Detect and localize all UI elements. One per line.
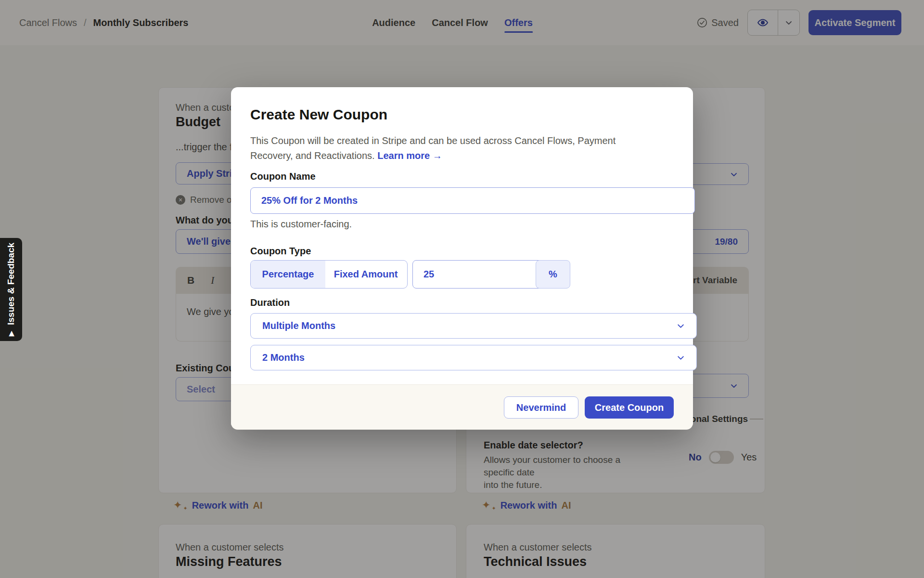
nevermind-button[interactable]: Nevermind bbox=[504, 396, 578, 419]
percent-unit-suffix: % bbox=[536, 260, 570, 289]
issues-feedback-tab[interactable]: ▶ Issues & Feedback bbox=[0, 238, 22, 341]
coupon-type-label: Coupon Type bbox=[250, 246, 311, 257]
issues-feedback-label: Issues & Feedback bbox=[6, 243, 16, 325]
duration-label: Duration bbox=[250, 297, 290, 308]
coupon-name-helper: This is customer-facing. bbox=[250, 219, 352, 230]
modal-footer: Nevermind Create Coupon bbox=[231, 384, 693, 430]
segment-percentage[interactable]: Percentage bbox=[251, 261, 325, 288]
duration-months-select[interactable]: 2 Months bbox=[250, 345, 697, 370]
create-coupon-button[interactable]: Create Coupon bbox=[585, 396, 674, 419]
learn-more-link[interactable]: Learn more → bbox=[377, 150, 442, 161]
chevron-down-icon bbox=[677, 354, 685, 362]
duration-type-value: Multiple Months bbox=[262, 320, 335, 331]
chevron-down-icon bbox=[677, 322, 685, 330]
coupon-type-segmented-control: Percentage Fixed Amount bbox=[250, 260, 408, 289]
issues-feedback-inner: ▶ Issues & Feedback bbox=[6, 243, 16, 337]
play-arrow-icon: ▶ bbox=[7, 331, 15, 337]
create-coupon-modal: Create New Coupon This Coupon will be cr… bbox=[231, 87, 693, 429]
segment-fixed-amount[interactable]: Fixed Amount bbox=[325, 261, 406, 288]
duration-type-select[interactable]: Multiple Months bbox=[250, 313, 697, 339]
modal-description-line2: Recovery, and Reactivations. bbox=[250, 150, 375, 161]
duration-months-value: 2 Months bbox=[262, 352, 305, 363]
modal-title: Create New Coupon bbox=[250, 106, 387, 123]
modal-description: This Coupon will be created in Stripe an… bbox=[250, 133, 669, 163]
app-canvas: Cancel Flows / Monthly Subscribers Audie… bbox=[0, 0, 924, 578]
modal-description-line1: This Coupon will be created in Stripe an… bbox=[250, 133, 669, 148]
coupon-name-label: Coupon Name bbox=[250, 171, 316, 182]
coupon-name-input[interactable] bbox=[250, 187, 695, 214]
coupon-amount-input[interactable] bbox=[412, 260, 557, 289]
